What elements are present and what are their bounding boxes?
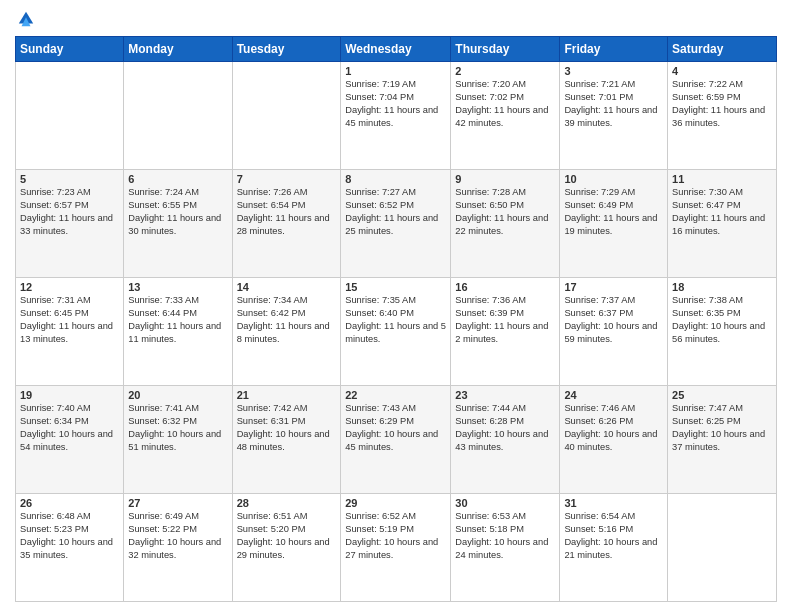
day-number: 21 [237, 389, 337, 401]
calendar-cell: 16Sunrise: 7:36 AM Sunset: 6:39 PM Dayli… [451, 278, 560, 386]
day-number: 16 [455, 281, 555, 293]
day-info: Sunrise: 7:47 AM Sunset: 6:25 PM Dayligh… [672, 402, 772, 454]
day-info: Sunrise: 7:43 AM Sunset: 6:29 PM Dayligh… [345, 402, 446, 454]
day-info: Sunrise: 7:34 AM Sunset: 6:42 PM Dayligh… [237, 294, 337, 346]
calendar-cell [16, 62, 124, 170]
calendar-cell: 6Sunrise: 7:24 AM Sunset: 6:55 PM Daylig… [124, 170, 232, 278]
calendar-cell: 17Sunrise: 7:37 AM Sunset: 6:37 PM Dayli… [560, 278, 668, 386]
day-info: Sunrise: 7:26 AM Sunset: 6:54 PM Dayligh… [237, 186, 337, 238]
day-number: 12 [20, 281, 119, 293]
logo-icon [17, 10, 35, 28]
day-number: 1 [345, 65, 446, 77]
calendar-cell: 11Sunrise: 7:30 AM Sunset: 6:47 PM Dayli… [668, 170, 777, 278]
calendar-cell: 12Sunrise: 7:31 AM Sunset: 6:45 PM Dayli… [16, 278, 124, 386]
day-number: 23 [455, 389, 555, 401]
day-info: Sunrise: 7:28 AM Sunset: 6:50 PM Dayligh… [455, 186, 555, 238]
day-info: Sunrise: 7:33 AM Sunset: 6:44 PM Dayligh… [128, 294, 227, 346]
day-number: 24 [564, 389, 663, 401]
day-info: Sunrise: 7:23 AM Sunset: 6:57 PM Dayligh… [20, 186, 119, 238]
day-number: 29 [345, 497, 446, 509]
day-info: Sunrise: 6:52 AM Sunset: 5:19 PM Dayligh… [345, 510, 446, 562]
day-number: 9 [455, 173, 555, 185]
day-number: 18 [672, 281, 772, 293]
day-info: Sunrise: 7:29 AM Sunset: 6:49 PM Dayligh… [564, 186, 663, 238]
calendar-cell: 22Sunrise: 7:43 AM Sunset: 6:29 PM Dayli… [341, 386, 451, 494]
day-number: 15 [345, 281, 446, 293]
header [15, 10, 777, 28]
day-number: 3 [564, 65, 663, 77]
calendar-cell: 15Sunrise: 7:35 AM Sunset: 6:40 PM Dayli… [341, 278, 451, 386]
day-number: 19 [20, 389, 119, 401]
calendar-cell: 25Sunrise: 7:47 AM Sunset: 6:25 PM Dayli… [668, 386, 777, 494]
day-number: 30 [455, 497, 555, 509]
weekday-header-tuesday: Tuesday [232, 37, 341, 62]
calendar-cell: 24Sunrise: 7:46 AM Sunset: 6:26 PM Dayli… [560, 386, 668, 494]
day-number: 31 [564, 497, 663, 509]
day-number: 10 [564, 173, 663, 185]
day-number: 7 [237, 173, 337, 185]
day-number: 8 [345, 173, 446, 185]
day-number: 6 [128, 173, 227, 185]
day-number: 25 [672, 389, 772, 401]
day-info: Sunrise: 7:30 AM Sunset: 6:47 PM Dayligh… [672, 186, 772, 238]
day-number: 28 [237, 497, 337, 509]
calendar-cell: 8Sunrise: 7:27 AM Sunset: 6:52 PM Daylig… [341, 170, 451, 278]
calendar-cell: 9Sunrise: 7:28 AM Sunset: 6:50 PM Daylig… [451, 170, 560, 278]
day-number: 2 [455, 65, 555, 77]
calendar-cell: 29Sunrise: 6:52 AM Sunset: 5:19 PM Dayli… [341, 494, 451, 602]
day-info: Sunrise: 6:51 AM Sunset: 5:20 PM Dayligh… [237, 510, 337, 562]
weekday-header-saturday: Saturday [668, 37, 777, 62]
calendar-cell: 18Sunrise: 7:38 AM Sunset: 6:35 PM Dayli… [668, 278, 777, 386]
calendar-cell: 5Sunrise: 7:23 AM Sunset: 6:57 PM Daylig… [16, 170, 124, 278]
calendar-cell: 3Sunrise: 7:21 AM Sunset: 7:01 PM Daylig… [560, 62, 668, 170]
day-number: 13 [128, 281, 227, 293]
day-number: 11 [672, 173, 772, 185]
calendar-cell: 23Sunrise: 7:44 AM Sunset: 6:28 PM Dayli… [451, 386, 560, 494]
page: SundayMondayTuesdayWednesdayThursdayFrid… [0, 0, 792, 612]
day-info: Sunrise: 7:37 AM Sunset: 6:37 PM Dayligh… [564, 294, 663, 346]
calendar-cell: 19Sunrise: 7:40 AM Sunset: 6:34 PM Dayli… [16, 386, 124, 494]
weekday-header-thursday: Thursday [451, 37, 560, 62]
weekday-header-sunday: Sunday [16, 37, 124, 62]
calendar-cell: 27Sunrise: 6:49 AM Sunset: 5:22 PM Dayli… [124, 494, 232, 602]
day-info: Sunrise: 7:22 AM Sunset: 6:59 PM Dayligh… [672, 78, 772, 130]
day-info: Sunrise: 6:49 AM Sunset: 5:22 PM Dayligh… [128, 510, 227, 562]
day-number: 20 [128, 389, 227, 401]
calendar-cell: 21Sunrise: 7:42 AM Sunset: 6:31 PM Dayli… [232, 386, 341, 494]
calendar-cell: 26Sunrise: 6:48 AM Sunset: 5:23 PM Dayli… [16, 494, 124, 602]
day-info: Sunrise: 7:35 AM Sunset: 6:40 PM Dayligh… [345, 294, 446, 346]
calendar-cell: 1Sunrise: 7:19 AM Sunset: 7:04 PM Daylig… [341, 62, 451, 170]
day-info: Sunrise: 6:54 AM Sunset: 5:16 PM Dayligh… [564, 510, 663, 562]
day-info: Sunrise: 7:20 AM Sunset: 7:02 PM Dayligh… [455, 78, 555, 130]
weekday-header-wednesday: Wednesday [341, 37, 451, 62]
weekday-header-monday: Monday [124, 37, 232, 62]
day-number: 22 [345, 389, 446, 401]
day-info: Sunrise: 7:44 AM Sunset: 6:28 PM Dayligh… [455, 402, 555, 454]
day-info: Sunrise: 6:53 AM Sunset: 5:18 PM Dayligh… [455, 510, 555, 562]
day-number: 4 [672, 65, 772, 77]
day-info: Sunrise: 7:42 AM Sunset: 6:31 PM Dayligh… [237, 402, 337, 454]
weekday-header-friday: Friday [560, 37, 668, 62]
calendar-cell: 31Sunrise: 6:54 AM Sunset: 5:16 PM Dayli… [560, 494, 668, 602]
day-info: Sunrise: 7:19 AM Sunset: 7:04 PM Dayligh… [345, 78, 446, 130]
logo [15, 10, 35, 28]
calendar-table: SundayMondayTuesdayWednesdayThursdayFrid… [15, 36, 777, 602]
day-info: Sunrise: 7:24 AM Sunset: 6:55 PM Dayligh… [128, 186, 227, 238]
day-info: Sunrise: 6:48 AM Sunset: 5:23 PM Dayligh… [20, 510, 119, 562]
day-number: 27 [128, 497, 227, 509]
calendar-cell: 13Sunrise: 7:33 AM Sunset: 6:44 PM Dayli… [124, 278, 232, 386]
calendar-cell: 28Sunrise: 6:51 AM Sunset: 5:20 PM Dayli… [232, 494, 341, 602]
day-number: 14 [237, 281, 337, 293]
calendar-cell [668, 494, 777, 602]
calendar-cell: 10Sunrise: 7:29 AM Sunset: 6:49 PM Dayli… [560, 170, 668, 278]
day-info: Sunrise: 7:38 AM Sunset: 6:35 PM Dayligh… [672, 294, 772, 346]
calendar-cell: 14Sunrise: 7:34 AM Sunset: 6:42 PM Dayli… [232, 278, 341, 386]
day-number: 17 [564, 281, 663, 293]
day-info: Sunrise: 7:46 AM Sunset: 6:26 PM Dayligh… [564, 402, 663, 454]
day-info: Sunrise: 7:40 AM Sunset: 6:34 PM Dayligh… [20, 402, 119, 454]
day-info: Sunrise: 7:21 AM Sunset: 7:01 PM Dayligh… [564, 78, 663, 130]
calendar-cell: 7Sunrise: 7:26 AM Sunset: 6:54 PM Daylig… [232, 170, 341, 278]
day-info: Sunrise: 7:31 AM Sunset: 6:45 PM Dayligh… [20, 294, 119, 346]
day-info: Sunrise: 7:41 AM Sunset: 6:32 PM Dayligh… [128, 402, 227, 454]
calendar-cell: 2Sunrise: 7:20 AM Sunset: 7:02 PM Daylig… [451, 62, 560, 170]
